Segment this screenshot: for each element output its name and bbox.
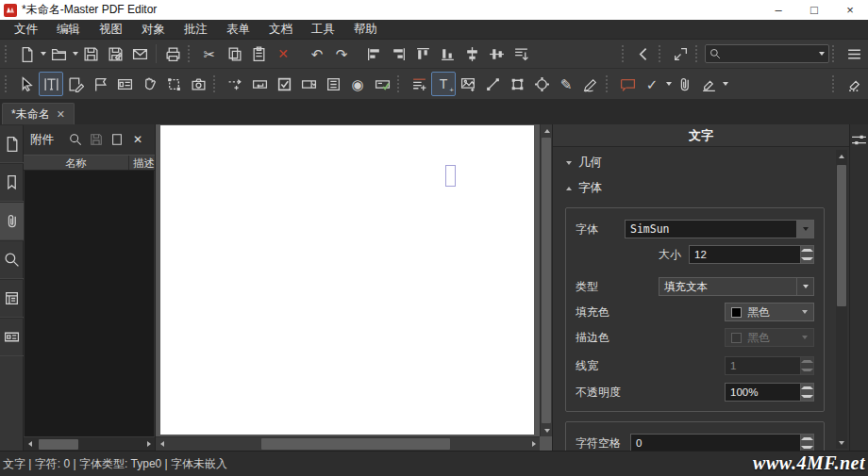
section-geometry[interactable]: 几何 xyxy=(553,147,834,172)
toolbar-drag-handle[interactable] xyxy=(695,45,702,62)
edit-object-tool-button[interactable] xyxy=(63,72,88,96)
attachments-list[interactable] xyxy=(25,171,154,436)
scroll-down-icon[interactable] xyxy=(836,436,847,449)
edit-text-tool-button[interactable] xyxy=(39,72,63,96)
toolbar-drag-handle[interactable] xyxy=(832,75,839,92)
toolbar-drag-handle[interactable] xyxy=(832,45,839,62)
align-bottom-button[interactable] xyxy=(435,41,459,66)
sidebar-item-pages[interactable] xyxy=(0,124,24,163)
sidebar-item-search[interactable] xyxy=(0,240,24,279)
combobox-field-button[interactable] xyxy=(296,72,321,96)
sidebar-item-bookmarks[interactable] xyxy=(0,163,24,202)
flag-tool-button[interactable] xyxy=(88,72,112,96)
hand-tool-button[interactable] xyxy=(137,72,161,96)
pencil-tool-button[interactable]: ✎ xyxy=(554,72,578,96)
scroll-right-icon[interactable] xyxy=(527,437,540,450)
fill-color-select[interactable]: 黑色 xyxy=(725,303,814,321)
menu-help[interactable]: 帮助 xyxy=(345,20,386,40)
eraser-tool-button[interactable] xyxy=(842,72,866,96)
scroll-up-icon[interactable] xyxy=(541,124,552,137)
sidebar-item-signatures[interactable] xyxy=(0,318,24,356)
toolbar-drag-handle[interactable] xyxy=(397,75,404,92)
toolbar-drag-handle[interactable] xyxy=(188,45,194,62)
menu-document[interactable]: 文档 xyxy=(260,20,301,40)
menu-forms[interactable]: 表单 xyxy=(218,20,259,40)
line-tool-button[interactable] xyxy=(480,72,505,96)
listbox-field-button[interactable] xyxy=(321,72,345,96)
center-horizontal-button[interactable] xyxy=(459,41,484,66)
paste-button[interactable] xyxy=(246,41,271,66)
undo-button[interactable]: ↶ xyxy=(305,41,329,66)
signature-field-button[interactable] xyxy=(370,72,394,96)
opacity-spinner[interactable] xyxy=(801,383,814,402)
align-top-button[interactable] xyxy=(410,41,435,66)
sidebar-item-layers[interactable] xyxy=(0,279,24,318)
toolbar-drag-handle[interactable] xyxy=(213,75,220,92)
canvas-hscrollbar[interactable] xyxy=(156,436,540,451)
type-select[interactable]: 填充文本 xyxy=(659,277,797,296)
text-cursor-placeholder[interactable] xyxy=(445,165,456,187)
highlight-caret-icon[interactable] xyxy=(723,82,728,86)
highlight-tool-button[interactable] xyxy=(696,72,721,96)
attachments-add-button[interactable] xyxy=(107,133,127,146)
insert-text-button[interactable] xyxy=(407,72,431,96)
sidebar-item-attachments[interactable] xyxy=(0,202,24,240)
open-file-button[interactable] xyxy=(46,41,71,66)
font-select[interactable]: SimSun xyxy=(625,220,797,238)
sign-document-button[interactable] xyxy=(578,72,603,96)
minimize-button[interactable]: – xyxy=(760,0,796,20)
sliders-icon[interactable] xyxy=(851,132,867,148)
check-annotation-button[interactable]: ✓ xyxy=(640,72,664,96)
opacity-input[interactable]: 100% xyxy=(725,383,801,402)
toolbar-drag-handle[interactable] xyxy=(606,75,612,92)
new-document-button[interactable] xyxy=(14,41,39,66)
save-as-button[interactable] xyxy=(103,41,127,66)
main-menu-button[interactable] xyxy=(842,41,866,66)
scrollbar-thumb[interactable] xyxy=(542,138,551,423)
document-tab[interactable]: *未命名 ✕ xyxy=(2,103,75,124)
scroll-right-icon[interactable] xyxy=(142,438,155,451)
align-right-button[interactable] xyxy=(386,41,410,66)
align-left-button[interactable] xyxy=(361,41,386,66)
pdf-page[interactable] xyxy=(160,125,534,435)
redo-button[interactable]: ↷ xyxy=(329,41,354,66)
attachments-hscrollbar[interactable] xyxy=(24,436,155,451)
menu-object[interactable]: 对象 xyxy=(133,20,174,40)
search-input[interactable] xyxy=(724,48,814,59)
form-properties-button[interactable] xyxy=(112,72,137,96)
type-dropdown-icon[interactable] xyxy=(797,277,814,296)
center-vertical-button[interactable] xyxy=(484,41,509,66)
print-button[interactable] xyxy=(160,41,185,66)
attachments-search-button[interactable] xyxy=(65,133,86,146)
toolbar-drag-handle[interactable] xyxy=(5,75,11,92)
comment-tool-button[interactable] xyxy=(615,72,640,96)
toolbar-drag-handle[interactable] xyxy=(5,45,11,62)
link-tool-button[interactable] xyxy=(223,72,247,96)
scrollbar-thumb[interactable] xyxy=(39,439,78,450)
select-tool-button[interactable] xyxy=(14,72,39,96)
attachments-save-button[interactable] xyxy=(86,133,107,146)
ellipse-tool-button[interactable] xyxy=(529,72,554,96)
char-spacing-spinner[interactable] xyxy=(801,434,814,451)
scroll-up-icon[interactable] xyxy=(836,150,847,162)
cut-button[interactable]: ✂ xyxy=(197,41,222,66)
properties-vscrollbar[interactable] xyxy=(836,150,847,449)
select-area-button[interactable] xyxy=(161,72,186,96)
attachments-close-button[interactable]: ✕ xyxy=(127,133,148,146)
column-description[interactable]: 描述 xyxy=(129,156,155,170)
toolbar-drag-handle[interactable] xyxy=(659,45,665,62)
menu-tools[interactable]: 工具 xyxy=(303,20,343,40)
scrollbar-thumb[interactable] xyxy=(261,438,450,450)
save-button[interactable] xyxy=(78,41,103,66)
add-text-tool-button[interactable]: T + xyxy=(431,72,456,96)
canvas-vscrollbar[interactable] xyxy=(540,124,552,436)
search-caret-icon[interactable] xyxy=(819,52,825,56)
close-button[interactable]: × xyxy=(832,0,868,20)
size-spinner[interactable] xyxy=(801,245,814,264)
char-spacing-input[interactable]: 0 xyxy=(630,434,801,451)
menu-file[interactable]: 文件 xyxy=(6,20,46,40)
email-button[interactable] xyxy=(127,41,152,66)
text-field-button[interactable] xyxy=(247,72,272,96)
menu-annotate[interactable]: 批注 xyxy=(175,20,216,40)
size-input[interactable]: 12 xyxy=(689,245,801,264)
